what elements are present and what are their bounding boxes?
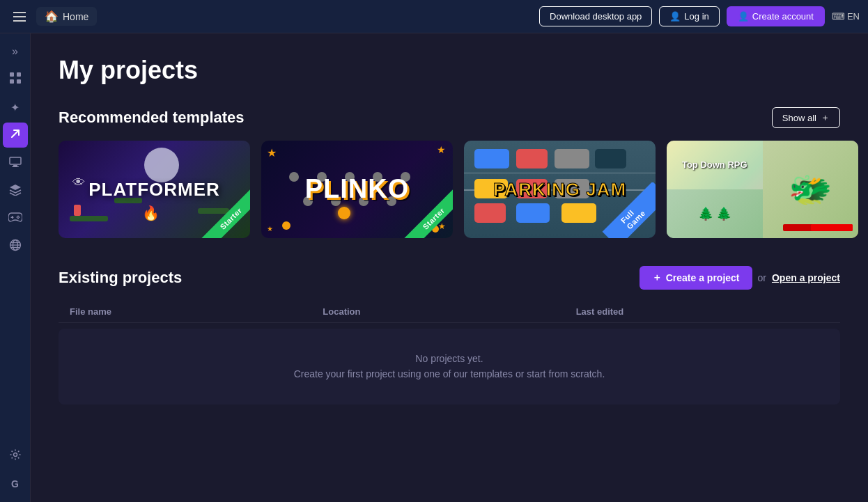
svg-point-12 <box>18 217 20 218</box>
home-tab[interactable]: 🏠 Home <box>36 7 97 26</box>
grid-icon <box>9 72 22 87</box>
create-account-label: Create account <box>752 11 814 22</box>
parking-label: PARKING JAM <box>493 180 626 200</box>
svg-rect-2 <box>10 79 14 84</box>
download-desktop-button[interactable]: Download desktop app <box>539 6 652 26</box>
menu-button[interactable] <box>8 6 31 28</box>
login-button[interactable]: 👤 Log in <box>659 6 719 26</box>
home-icon: 🏠 <box>45 10 59 23</box>
sidebar-item-grid[interactable] <box>3 67 28 92</box>
sidebar: » ✦ <box>0 33 31 502</box>
gamepad-icon <box>8 212 22 225</box>
language-label: EN <box>847 11 860 22</box>
settings-icon <box>9 448 22 464</box>
plinko-badge-label: Starter <box>404 189 453 238</box>
projects-table-header: File name Location Last edited <box>59 301 840 323</box>
godot-icon: G <box>11 478 19 489</box>
rpg-title-text: Top Down RPG <box>679 157 750 173</box>
arrow-icon <box>10 128 21 142</box>
sidebar-item-current[interactable] <box>3 123 28 148</box>
sidebar-item-settings[interactable] <box>3 444 28 469</box>
create-project-label: Create a project <box>666 272 740 283</box>
sidebar-item-display[interactable] <box>3 150 28 175</box>
templates-grid: 🔥 👁 PLATFORMER Starter ★ ★ ★ ★ <box>59 141 840 238</box>
platformer-label: PLATFORMER <box>88 180 220 200</box>
open-project-button[interactable]: Open a project <box>772 272 840 283</box>
sidebar-item-globe[interactable] <box>3 234 28 259</box>
expand-icon: » <box>12 45 18 58</box>
add-user-icon: 👤 <box>738 11 749 22</box>
plinko-label: PLINKO <box>305 175 410 204</box>
star-icon: ✦ <box>10 101 20 114</box>
display-icon <box>9 155 22 171</box>
template-card-plinko[interactable]: ★ ★ ★ ★ <box>261 141 453 238</box>
plus-icon: ＋ <box>652 272 662 284</box>
sidebar-item-star[interactable]: ✦ <box>3 95 28 120</box>
existing-projects-actions: ＋ Create a project or Open a project <box>640 266 840 290</box>
create-project-button[interactable]: ＋ Create a project <box>640 266 752 290</box>
svg-rect-4 <box>10 157 21 164</box>
svg-rect-3 <box>17 79 21 84</box>
template-card-platformer[interactable]: 🔥 👁 PLATFORMER Starter <box>59 141 250 238</box>
no-projects-line1: No projects yet. <box>415 353 483 364</box>
svg-point-18 <box>13 453 17 457</box>
plus-icon: ＋ <box>821 111 830 124</box>
sidebar-item-gamepad[interactable] <box>3 206 28 231</box>
sidebar-item-learn[interactable] <box>3 178 28 203</box>
empty-projects-box: No projects yet. Create your first proje… <box>59 329 840 405</box>
user-icon: 👤 <box>669 11 681 22</box>
existing-projects-header: Existing projects ＋ Create a project or … <box>59 266 840 290</box>
svg-rect-1 <box>17 72 21 77</box>
learn-icon <box>9 183 22 198</box>
template-card-parking[interactable]: PARKING JAM Full Game <box>464 141 656 238</box>
svg-rect-5 <box>13 165 17 166</box>
col-header-location: Location <box>323 306 575 317</box>
no-projects-line2: Create your first project using one of o… <box>294 368 605 379</box>
rpg-char2: 🌲 <box>716 206 731 221</box>
svg-rect-0 <box>10 72 14 77</box>
rpg-char1: 🌲 <box>698 206 713 221</box>
language-button[interactable]: ⌨ EN <box>832 11 860 22</box>
translate-icon: ⌨ <box>832 11 845 22</box>
create-account-button[interactable]: 👤 Create account <box>727 6 825 26</box>
show-all-button[interactable]: Show all ＋ <box>772 107 840 128</box>
main-content: My projects Recommended templates Show a… <box>31 33 868 502</box>
existing-projects-title: Existing projects <box>59 269 182 287</box>
sidebar-item-godot[interactable]: G <box>3 471 28 496</box>
login-label: Log in <box>684 11 708 22</box>
sidebar-item-expand[interactable]: » <box>3 39 28 64</box>
svg-rect-6 <box>12 166 19 167</box>
recommended-title: Recommended templates <box>59 109 245 127</box>
col-header-lastedited: Last edited <box>576 306 829 317</box>
show-all-label: Show all <box>782 113 816 123</box>
svg-point-10 <box>17 218 19 219</box>
svg-rect-8 <box>10 217 13 219</box>
globe-icon <box>9 239 22 254</box>
svg-point-9 <box>17 216 19 217</box>
or-divider: or <box>758 272 766 283</box>
main-layout: » ✦ <box>0 33 868 502</box>
template-card-rpg[interactable]: Top Down RPG 🐲 🌲 🌲 <box>667 141 858 238</box>
col-header-filename: File name <box>70 306 323 317</box>
topbar-actions: Download desktop app 👤 Log in 👤 Create a… <box>539 6 860 26</box>
page-title: My projects <box>59 56 840 85</box>
recommended-section-header: Recommended templates Show all ＋ <box>59 107 840 128</box>
svg-point-11 <box>16 217 17 218</box>
topbar: 🏠 Home Download desktop app 👤 Log in 👤 C… <box>0 0 868 33</box>
home-tab-label: Home <box>63 11 88 22</box>
rpg-boss-icon: 🐲 <box>789 169 832 210</box>
